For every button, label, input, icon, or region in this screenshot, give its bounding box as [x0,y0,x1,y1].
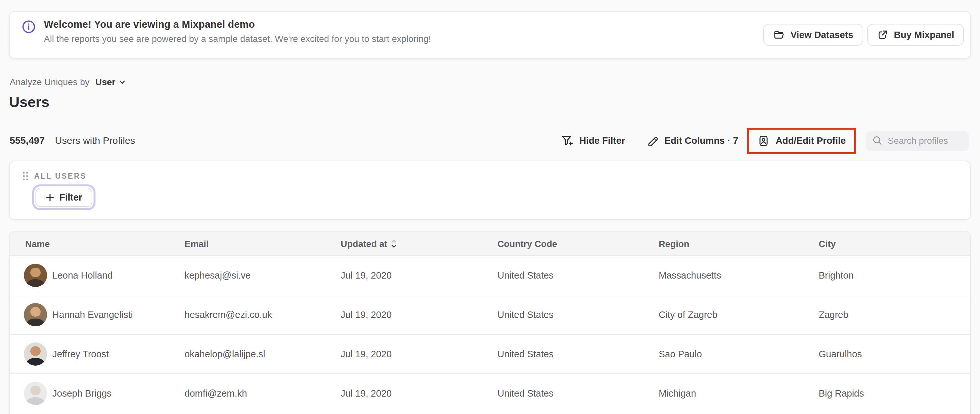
email-cell: hesakrem@ezi.co.uk [185,309,340,320]
column-header-name[interactable]: Name [25,238,185,249]
buy-mixpanel-label: Buy Mixpanel [894,30,954,40]
drag-handle-icon[interactable] [22,171,29,181]
name-cell: Joseph Briggs [25,382,185,405]
add-filter-button[interactable]: Filter [35,188,92,207]
country-code-cell: United States [498,349,659,359]
all-users-label: ALL USERS [34,172,86,180]
name-cell: Jeffrey Troost [25,343,185,366]
avatar-head [31,268,40,277]
avatar-torso [27,358,45,366]
avatar-head [31,307,40,317]
city-cell: Guarulhos [819,349,970,359]
table-row[interactable]: Leona Holland kephesaj@si.ve Jul 19, 202… [10,256,970,295]
filter-button-focus-ring: Filter [32,184,96,210]
users-page: Welcome! You are viewing a Mixpanel demo… [0,0,980,414]
profile-name: Hannah Evangelisti [52,309,133,320]
email-cell: kephesaj@si.ve [185,270,340,281]
avatar-torso [27,319,45,326]
banner-title: Welcome! You are viewing a Mixpanel demo [44,19,764,30]
column-header-label: Email [185,238,209,249]
avatar-torso [27,279,45,287]
folder-icon [773,29,785,41]
buy-mixpanel-button[interactable]: Buy Mixpanel [867,24,964,46]
table-header-row: Name Email Updated at Country Code Regio… [10,232,970,256]
pencil-icon [646,135,659,147]
avatar-head [31,346,40,356]
analyze-uniques-dropdown[interactable]: User [95,77,126,87]
banner-text: Welcome! You are viewing a Mixpanel demo… [44,12,764,44]
hide-filter-label: Hide Filter [579,135,625,146]
column-header-label: Name [25,238,50,249]
column-header-label: Country Code [498,238,557,249]
region-cell: City of Zagreb [659,309,819,320]
add-filter-label: Filter [59,192,82,203]
sort-icon [391,239,397,248]
profile-name: Jeffrey Troost [52,349,109,359]
email-cell: okahelop@lalijpe.sl [185,349,340,359]
updated-at-cell: Jul 19, 2020 [340,349,498,359]
profile-count: 555,497 Users with Profiles [10,135,135,146]
table-row[interactable]: Hannah Evangelisti hesakrem@ezi.co.uk Ju… [10,295,970,335]
avatar [24,264,47,287]
column-header-updated-at[interactable]: Updated at [340,238,498,249]
column-header-label: Region [659,238,689,249]
profiles-table: Name Email Updated at Country Code Regio… [9,231,971,414]
region-cell: Massachusetts [659,270,819,281]
region-cell: Sao Paulo [659,349,819,359]
table-body: Leona Holland kephesaj@si.ve Jul 19, 202… [10,256,970,413]
country-code-cell: United States [498,270,659,281]
avatar [24,343,47,366]
avatar-head [31,385,40,395]
all-users-filter-card: ALL USERS Filter [9,160,971,220]
add-edit-profile-annotation: Add/Edit Profile [748,127,856,154]
analyze-uniques-value: User [95,77,116,87]
column-header-city[interactable]: City [819,238,970,249]
banner-buttons: View Datasets Buy Mixpanel [764,24,964,46]
column-header-label: City [819,238,836,249]
edit-columns-button[interactable]: Edit Columns · 7 [646,135,738,147]
city-cell: Big Rapids [819,388,970,398]
view-datasets-label: View Datasets [791,30,854,40]
profile-count-label: Users with Profiles [55,135,135,146]
edit-columns-label: Edit Columns · 7 [665,135,738,146]
add-edit-profile-button[interactable]: Add/Edit Profile [758,135,846,147]
table-row[interactable]: Joseph Briggs domfi@zem.kh Jul 19, 2020 … [10,374,970,413]
hide-filter-button[interactable]: Hide Filter [561,134,625,147]
column-header-email[interactable]: Email [185,238,340,249]
country-code-cell: United States [498,388,659,398]
column-header-country-code[interactable]: Country Code [498,238,659,249]
avatar-torso [27,397,45,405]
updated-at-cell: Jul 19, 2020 [340,270,498,281]
column-header-label: Updated at [340,238,387,249]
view-datasets-button[interactable]: View Datasets [764,24,863,46]
plus-icon [46,193,54,201]
column-header-region[interactable]: Region [659,238,819,249]
avatar [24,382,47,405]
info-icon [22,20,35,33]
city-cell: Zagreb [819,309,970,320]
name-cell: Hannah Evangelisti [25,303,185,326]
funnel-plus-icon [561,134,574,147]
filter-card-header: ALL USERS [10,161,970,181]
name-cell: Leona Holland [25,264,185,287]
search-profiles-box[interactable] [866,130,969,151]
profile-name: Leona Holland [52,270,113,281]
table-row[interactable]: Jeffrey Troost okahelop@lalijpe.sl Jul 1… [10,335,970,374]
page-title: Users [9,94,49,111]
country-code-cell: United States [498,309,659,320]
region-cell: Michigan [659,388,819,398]
updated-at-cell: Jul 19, 2020 [340,388,498,398]
avatar [24,303,47,326]
external-link-icon [877,29,888,41]
demo-banner: Welcome! You are viewing a Mixpanel demo… [9,11,971,59]
search-profiles-input[interactable] [888,135,963,146]
banner-subtitle: All the reports you see are powered by a… [44,33,764,44]
profile-badge-icon [758,135,770,147]
profiles-toolbar: Hide Filter Edit Columns · 7 [561,126,969,155]
analyze-uniques-row: Analyze Uniques by User [10,77,126,87]
profile-name: Joseph Briggs [52,388,111,398]
profile-count-value: 555,497 [10,135,45,146]
updated-at-cell: Jul 19, 2020 [340,309,498,320]
email-cell: domfi@zem.kh [185,388,340,398]
chevron-down-icon [119,78,126,86]
